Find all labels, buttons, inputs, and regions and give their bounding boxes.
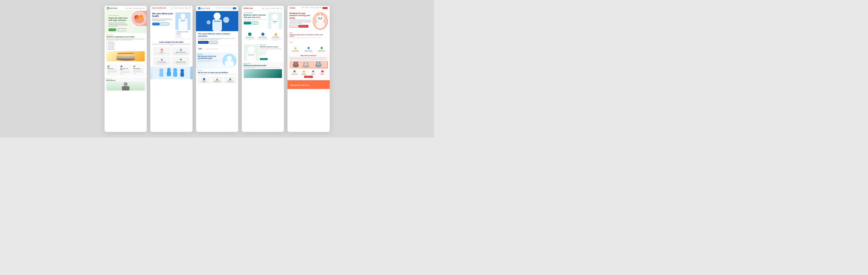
svg-point-14 — [134, 66, 135, 67]
section-tag: About NutriCare — [106, 34, 145, 35]
svg-rect-20 — [180, 20, 185, 21]
flexible-icon — [274, 32, 278, 36]
card2-header: Care | on the Go Start Courses Community… — [150, 6, 192, 10]
card4-features: Structured courses We create courses tha… — [242, 30, 284, 43]
svg-rect-40 — [214, 21, 221, 22]
start-btn[interactable]: Start today — [108, 28, 116, 31]
quality-star-icon — [302, 70, 306, 73]
info-cards-row: Healthy Eating Discover how to plan a he… — [104, 63, 147, 77]
care-logo: Care | on the Go — [152, 7, 166, 9]
start-btn[interactable]: Get started — [244, 22, 251, 24]
svg-point-76 — [297, 62, 298, 64]
card2-hero: We care about your health We care about … — [150, 10, 192, 39]
svg-point-75 — [293, 62, 295, 64]
learn-btn[interactable]: Learn more — [209, 41, 217, 44]
hero-img-box — [176, 12, 190, 30]
svg-point-24 — [180, 49, 181, 50]
svg-rect-11 — [118, 53, 134, 54]
hero-img — [132, 11, 147, 26]
svg-rect-28 — [153, 67, 190, 79]
courses-btn[interactable]: View courses — [160, 23, 169, 25]
card4-nav: Start Courses Community Apps Me — [262, 7, 282, 9]
first-aid-icon — [160, 48, 163, 51]
svg-rect-70 — [308, 47, 310, 49]
expert-edu-icon — [294, 46, 297, 50]
card4-section3: Develop your skills Build your professio… — [242, 62, 284, 79]
svg-point-84 — [319, 61, 321, 64]
workshop-icon — [160, 58, 163, 61]
svg-point-68 — [319, 19, 321, 20]
doctors-logo: ✚ DOCTORS — [198, 7, 210, 9]
enroll-btn[interactable]: Get Courses — [260, 58, 268, 60]
svg-text:High quality veterinary: High quality veterinary — [290, 84, 309, 86]
card3-me-btn[interactable]: Me — [233, 7, 236, 9]
practical-icon — [311, 70, 315, 73]
dogs-img — [289, 61, 328, 68]
svg-point-58 — [248, 46, 254, 53]
accessible-icon — [293, 70, 296, 73]
card4-s3-img — [244, 69, 282, 78]
structured-icon — [248, 32, 252, 36]
join-btn[interactable]: Join now — [304, 76, 313, 78]
allages-icon — [180, 58, 182, 61]
svg-rect-21 — [180, 21, 184, 22]
card3-section3: Our Team We are here to create new possi… — [196, 69, 238, 85]
learn-btn[interactable]: Learn more — [289, 25, 298, 28]
lower-img — [150, 67, 192, 79]
bottom-title: Meal plant & — [106, 80, 145, 81]
scene: NutriCare Start Explore Community Apps M… — [0, 0, 434, 138]
search-btn[interactable]: Search — [252, 22, 258, 24]
svg-rect-59 — [247, 53, 256, 61]
mini-card-veg: Eating Vegetarian Learn about vegetable-… — [132, 64, 145, 76]
eating-icon — [107, 65, 110, 68]
appointment-btn[interactable]: Book Appointment — [198, 41, 209, 44]
quality-icon — [229, 77, 232, 80]
card1-nav: Start Explore Community Apps Me — [125, 7, 145, 9]
card4-title: Medical online courses that you can trus… — [244, 14, 267, 19]
svg-rect-36 — [180, 72, 184, 77]
card3-hero-img — [196, 11, 238, 31]
learn-more-link[interactable]: Learn More — [289, 42, 293, 43]
card5-header: VetCare Start Courses Community Apps Me … — [287, 6, 330, 10]
svg-point-33 — [173, 68, 177, 72]
card4-header: Medi+Lab Start Courses Community Apps Me — [242, 6, 284, 11]
svg-point-80 — [307, 62, 308, 64]
card3-features: Contextual We are here to provide learni… — [198, 77, 236, 84]
skill-2: Baby and child first aid Learn how to he… — [172, 47, 190, 56]
card2-hero-text: We care about you so you can get all you… — [152, 18, 174, 22]
quality-icons-row: Easy Accessible High Quality Practical — [289, 70, 328, 75]
svg-rect-52 — [273, 21, 277, 22]
svg-point-79 — [303, 62, 305, 64]
card2-nav: Start Courses Community Apps Me — [170, 7, 190, 8]
card4-hero: Your new learning partner Medical online… — [242, 11, 284, 30]
card3-sub: We will help you achieve the training an… — [198, 38, 236, 40]
global-class-icon — [320, 46, 323, 50]
feat-forward: Forward Thinking We develop our courses … — [211, 77, 223, 84]
enroll-btn-nav[interactable]: Enroll — [322, 7, 328, 9]
skills-text: Want to know how to use the key skills i… — [152, 44, 190, 46]
bottom-section: Diet Learning Meal plant & — [104, 78, 147, 92]
card5-hero-img — [313, 12, 328, 30]
svg-point-18 — [180, 13, 185, 19]
affordable: Affordable — [318, 70, 327, 75]
svg-point-13 — [121, 66, 122, 67]
feat-online: Online Consultations Our consultations a… — [303, 45, 315, 53]
skill-3: First aid workshops Learn how to can pro… — [153, 57, 171, 66]
svg-point-55 — [261, 33, 265, 36]
feat-contextual: Contextual We are here to provide learni… — [198, 77, 210, 84]
feat-quality: Quality Content We provide high quality … — [224, 77, 236, 84]
easy-accessible: Easy Accessible — [290, 70, 299, 75]
nutricare-logo-icon — [106, 7, 109, 9]
feat-structured: Structured courses We create courses tha… — [244, 31, 256, 42]
mini-card-water: Water, Hydration & Health Planning a hea… — [119, 64, 132, 76]
card3-section2: Our Vision We help you reach your profes… — [196, 53, 238, 69]
learn-btn[interactable]: View our plans — [117, 28, 126, 31]
explore-btn[interactable]: Explore Courses — [298, 25, 308, 28]
svg-point-67 — [321, 17, 322, 19]
doctors-card: ✚ DOCTORS Start Courses Community Apps M… — [196, 6, 238, 132]
svg-rect-30 — [159, 72, 163, 77]
card4-s2-img — [244, 44, 259, 61]
nutricare-logo: NutriCare — [106, 7, 118, 9]
hero-badge: Learn the basics of First Aid at your ow… — [176, 31, 190, 38]
share-btn[interactable]: Share now — [152, 23, 160, 25]
